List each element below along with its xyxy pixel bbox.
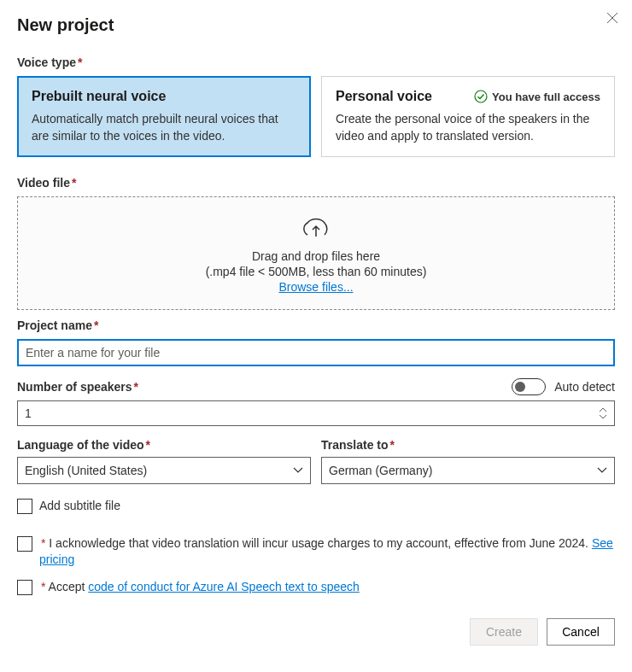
card-desc: Create the personal voice of the speaker… (336, 111, 600, 144)
card-title: Personal voice (336, 89, 432, 104)
lang-video-label: Language of the video* (17, 438, 311, 452)
project-name-label: Project name* (17, 318, 615, 332)
voice-card-personal[interactable]: Personal voice You have full access Crea… (321, 76, 615, 157)
speakers-row: Number of speakers* Auto detect (17, 378, 615, 395)
auto-detect-label: Auto detect (554, 380, 615, 394)
lang-video-select[interactable]: English (United States) (17, 457, 311, 484)
project-name-input[interactable] (17, 339, 615, 366)
dialog-footer: Create Cancel (17, 618, 615, 646)
drop-constraint: (.mp4 file < 500MB, less than 60 minutes… (206, 265, 427, 278)
ack-conduct-checkbox[interactable] (17, 580, 32, 595)
add-subtitle-checkbox[interactable] (17, 499, 32, 514)
ack-charges-checkbox[interactable] (17, 536, 32, 552)
chevron-down-icon (597, 467, 607, 474)
card-desc: Automatically match prebuilt neural voic… (32, 111, 296, 144)
code-of-conduct-link[interactable]: code of conduct for Azure AI Speech text… (88, 580, 360, 593)
dialog-title: New project (17, 15, 615, 35)
voice-type-cards: Prebuilt neural voice Automatically matc… (17, 76, 615, 157)
new-project-dialog: New project Voice type* Prebuilt neural … (0, 0, 632, 663)
file-dropzone[interactable]: Drag and drop files here (.mp4 file < 50… (17, 196, 615, 310)
access-badge: You have full access (474, 90, 600, 103)
ack-conduct-text: Accept (49, 580, 89, 593)
speakers-label: Number of speakers* (17, 380, 138, 394)
translate-to-value: German (Germany) (329, 464, 432, 477)
upload-cloud-icon (299, 214, 333, 243)
browse-files-link[interactable]: Browse files... (278, 280, 353, 294)
video-file-label: Video file* (17, 176, 615, 190)
check-circle-icon (474, 90, 488, 103)
auto-detect-toggle[interactable] (512, 378, 546, 395)
ack-charges-text: I acknowledge that video translation wil… (49, 536, 592, 550)
close-button[interactable] (606, 12, 618, 26)
voice-card-prebuilt[interactable]: Prebuilt neural voice Automatically matc… (17, 76, 311, 157)
cancel-button[interactable]: Cancel (547, 618, 615, 646)
lang-video-value: English (United States) (25, 464, 147, 477)
voice-type-label: Voice type* (17, 56, 615, 69)
speakers-value: 1 (25, 406, 32, 420)
card-title: Prebuilt neural voice (32, 89, 296, 104)
chevron-down-icon[interactable] (599, 413, 607, 419)
create-button[interactable]: Create (470, 618, 538, 646)
chevron-up-icon[interactable] (599, 407, 607, 413)
add-subtitle-label: Add subtitle file (39, 498, 120, 515)
translate-to-label: Translate to* (321, 438, 615, 452)
translate-to-select[interactable]: German (Germany) (321, 457, 615, 484)
speakers-stepper[interactable]: 1 (17, 400, 615, 426)
chevron-down-icon (293, 467, 303, 474)
drop-text: Drag and drop files here (252, 249, 380, 263)
close-icon (606, 12, 618, 24)
svg-point-0 (475, 91, 487, 102)
